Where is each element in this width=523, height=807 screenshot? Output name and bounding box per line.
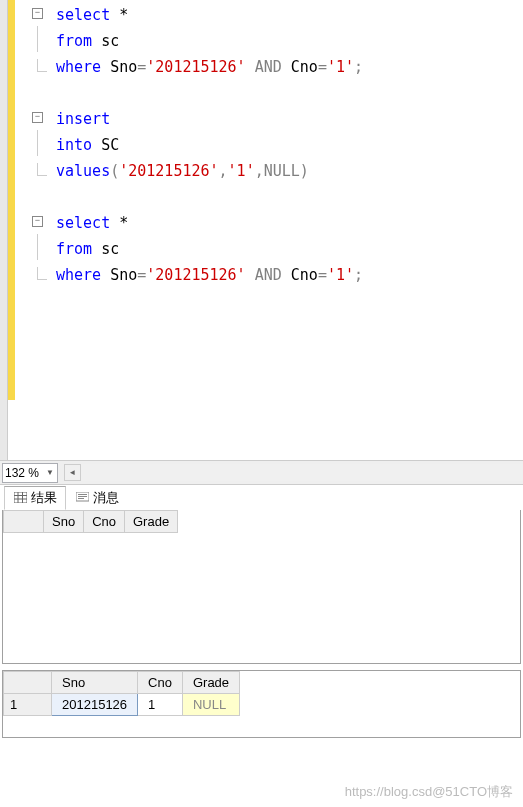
zoom-value: 132 % [5,466,39,480]
col-header-cno[interactable]: Cno [138,672,183,694]
col-header-grade[interactable]: Grade [125,511,178,533]
code-editor[interactable]: − − − select * from sc where Sno='201215… [0,0,523,460]
corner-cell [4,672,52,694]
row-number[interactable]: 1 [4,694,52,716]
col-header-cno[interactable]: Cno [84,511,125,533]
message-icon [75,492,89,504]
svg-rect-0 [14,492,27,503]
results-grid-2[interactable]: Sno Cno Grade 1 201215126 1 NULL [2,670,521,738]
table-header-row: Sno Cno Grade [4,511,178,533]
zoom-bar: 132 % ▼ ◄ [0,460,523,484]
code-content[interactable]: select * from sc where Sno='201215126' A… [56,0,523,460]
fold-toggle-icon[interactable]: − [32,8,43,19]
cell-sno[interactable]: 201215126 [52,694,138,716]
tab-results-label: 结果 [31,489,57,507]
corner-cell [4,511,44,533]
fold-toggle-icon[interactable]: − [32,112,43,123]
col-header-sno[interactable]: Sno [44,511,84,533]
col-header-grade[interactable]: Grade [182,672,239,694]
results-grid-1[interactable]: Sno Cno Grade [2,510,521,664]
table-header-row: Sno Cno Grade [4,672,240,694]
cell-grade[interactable]: NULL [182,694,239,716]
watermark-text: https://blog.csd@51CTO博客 [345,783,513,801]
tab-results[interactable]: 结果 [4,486,66,510]
tab-messages-label: 消息 [93,489,119,507]
tab-messages[interactable]: 消息 [66,486,128,510]
fold-gutter: − − − [28,0,56,460]
change-indicator [8,0,28,460]
grid-icon [13,492,27,504]
horizontal-scrollbar[interactable]: ◄ [64,464,523,481]
col-header-sno[interactable]: Sno [52,672,138,694]
cell-cno[interactable]: 1 [138,694,183,716]
editor-left-margin [0,0,8,460]
fold-toggle-icon[interactable]: − [32,216,43,227]
chevron-down-icon: ▼ [43,468,57,477]
zoom-dropdown[interactable]: 132 % ▼ [2,463,58,483]
results-tabs: 结果 消息 [0,484,523,510]
table-row[interactable]: 1 201215126 1 NULL [4,694,240,716]
scroll-left-icon[interactable]: ◄ [64,464,81,481]
